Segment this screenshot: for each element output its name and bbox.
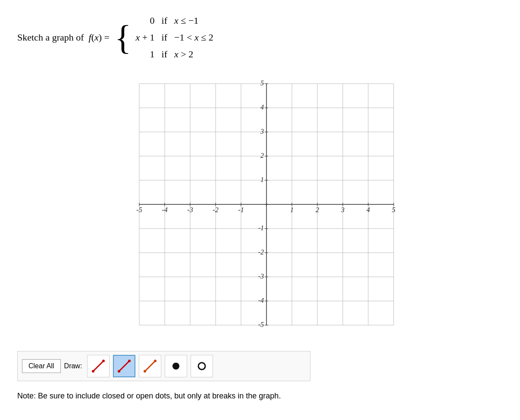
formula-section: Sketch a graph of f(x) = { 0 if x ≤ −1 x…	[17, 13, 503, 62]
case2-expr: −1 < x ≤ 2	[174, 30, 213, 45]
red-line-icon	[91, 359, 105, 373]
case1-value: 0	[135, 13, 154, 28]
case1-cond: if	[162, 13, 167, 28]
open-dot-icon	[195, 359, 209, 373]
svg-point-7	[144, 370, 146, 373]
left-brace: {	[115, 20, 131, 55]
case3-value: 1	[135, 47, 154, 62]
case3-cond: if	[162, 47, 167, 62]
draw-label: Draw:	[64, 362, 82, 370]
case2-value: x + 1	[135, 30, 154, 45]
svg-point-9	[172, 363, 179, 370]
toolbar: Clear All Draw:	[17, 351, 310, 381]
case3-expr: x > 2	[174, 47, 213, 62]
note-section: Note: Be sure to include closed or open …	[17, 392, 503, 401]
svg-point-10	[198, 363, 205, 370]
svg-line-0	[93, 361, 103, 371]
tool-orange-line-button[interactable]	[139, 355, 161, 377]
svg-point-4	[118, 370, 120, 373]
svg-line-3	[119, 361, 129, 371]
tool-blue-line-button[interactable]	[113, 355, 135, 377]
graph-canvas[interactable]	[113, 75, 407, 342]
formula-prefix: Sketch a graph of	[17, 32, 84, 43]
orange-line-icon	[143, 359, 157, 373]
svg-point-2	[102, 360, 105, 362]
clear-all-button[interactable]: Clear All	[22, 359, 61, 373]
cases-table: 0 if x ≤ −1 x + 1 if −1 < x ≤ 2 1 if x >…	[135, 13, 213, 62]
case1-expr: x ≤ −1	[174, 13, 213, 28]
case2-cond: if	[162, 30, 167, 45]
tool-red-line-button[interactable]	[87, 355, 110, 377]
tool-open-dot-button[interactable]	[191, 355, 213, 377]
svg-point-1	[92, 370, 94, 373]
svg-point-8	[154, 360, 157, 362]
graph-container	[113, 75, 407, 342]
svg-line-6	[145, 361, 155, 371]
svg-point-5	[128, 360, 131, 362]
tool-closed-dot-button[interactable]	[165, 355, 187, 377]
closed-dot-icon	[169, 359, 183, 373]
formula-label: Sketch a graph of f(x) =	[17, 32, 110, 43]
blue-line-icon	[117, 359, 131, 373]
piecewise-brace: { 0 if x ≤ −1 x + 1 if −1 < x ≤ 2 1 if x…	[115, 13, 213, 62]
note-text: Note: Be sure to include closed or open …	[17, 392, 281, 400]
